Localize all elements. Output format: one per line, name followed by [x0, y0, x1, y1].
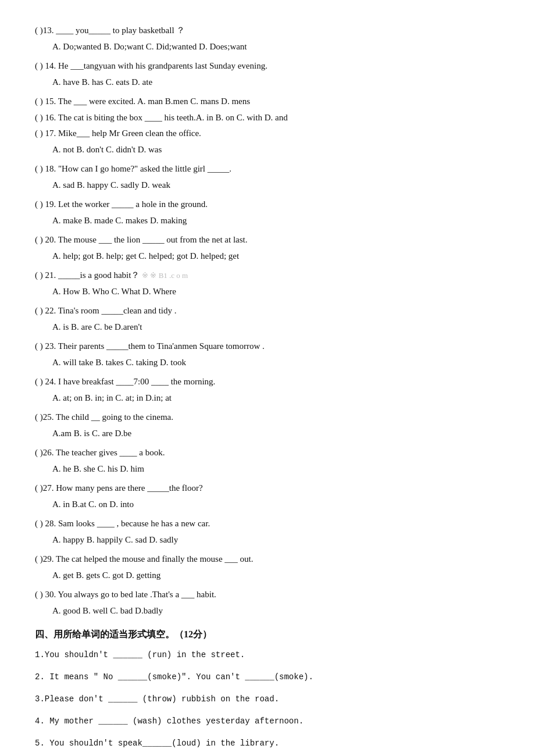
question-line-20: ( ) 20. The mouse ___ the lion _____ out…: [35, 233, 500, 248]
fill-item-1: 1.You shouldn't ______ (run) in the stre…: [35, 647, 500, 663]
question-text-30: ( ) 30. You always go to bed late .That'…: [35, 587, 216, 602]
section4-title: 四、用所给单词的适当形式填空。（12分）: [35, 629, 500, 641]
question-text-24: ( ) 24. I have breakfast ____7:00 ____ t…: [35, 375, 215, 390]
question-text-27: ( )27. How many pens are there _____the …: [35, 481, 203, 496]
question-line-27: ( )27. How many pens are there _____the …: [35, 481, 500, 496]
question-text-14: ( ) 14. He ___tangyuan with his grandpar…: [35, 59, 268, 74]
fill-item-3: 3.Please don't ______ (throw) rubbish on…: [35, 691, 500, 707]
question-text-19: ( ) 19. Let the worker _____ a hole in t…: [35, 197, 208, 212]
options-line-28: A. happy B. happily C. sad D. sadly: [52, 533, 500, 548]
options-line-29: A. get B. gets C. got D. getting: [52, 568, 500, 583]
question-text-26: ( )26. The teacher gives ____ a book.: [35, 445, 165, 461]
question-line-15: ( ) 15. The ___ were excited. A. man B.m…: [35, 94, 500, 109]
question-line-18: ( ) 18. "How can I go home?" asked the l…: [35, 162, 500, 177]
question-line-29: ( )29. The cat helped the mouse and fina…: [35, 552, 500, 567]
question-line-14: ( ) 14. He ___tangyuan with his grandpar…: [35, 59, 500, 74]
question-text-21: ( ) 21. _____is a good habit？ ※ ※ B1 .c …: [35, 268, 188, 283]
question-line-28: ( ) 28. Sam looks ____ , because he has …: [35, 516, 500, 532]
question-line-25: ( )25. The child __ going to the cinema.: [35, 410, 500, 425]
options-line-27: A. in B.at C. on D. into: [52, 497, 500, 512]
options-line-14: A. have B. has C. eats D. ate: [52, 75, 500, 90]
options-line-26: A. he B. she C. his D. him: [52, 462, 500, 477]
question-line-16: ( ) 16. The cat is biting the box ____ h…: [35, 110, 500, 126]
options-line-13: A. Do;wanted B. Do;want C. Did;wanted D.…: [52, 40, 500, 55]
question-line-17: ( ) 17. Mike___ help Mr Green clean the …: [35, 126, 500, 141]
question-text-17: ( ) 17. Mike___ help Mr Green clean the …: [35, 126, 201, 141]
question-line-13: ( )13. ____ you_____ to play basketball …: [35, 23, 500, 38]
options-line-24: A. at; on B. in; in C. at; in D.in; at: [52, 391, 500, 406]
question-line-21: ( ) 21. _____is a good habit？ ※ ※ B1 .c …: [35, 268, 500, 283]
question-line-24: ( ) 24. I have breakfast ____7:00 ____ t…: [35, 375, 500, 390]
questions-container: ( )13. ____ you_____ to play basketball …: [35, 23, 500, 618]
fill-item-2: 2. It means " No ______(smoke)". You can…: [35, 669, 500, 685]
options-line-18: A. sad B. happy C. sadly D. weak: [52, 178, 500, 193]
question-text-18: ( ) 18. "How can I go home?" asked the l…: [35, 162, 231, 177]
options-line-25: A.am B. is C. are D.be: [52, 426, 500, 441]
options-line-19: A. make B. made C. makes D. making: [52, 213, 500, 229]
question-line-19: ( ) 19. Let the worker _____ a hole in t…: [35, 197, 500, 212]
fill-in-blank-section: 1.You shouldn't ______ (run) in the stre…: [35, 647, 500, 756]
fill-item-4: 4. My mother ______ (wash) clothes yeste…: [35, 713, 500, 729]
options-line-22: A. is B. are C. be D.aren't: [52, 320, 500, 335]
question-text-13: ( )13. ____ you_____ to play basketball …: [35, 23, 185, 38]
options-line-23: A. will take B. takes C. taking D. took: [52, 355, 500, 370]
options-line-30: A. good B. well C. bad D.badly: [52, 604, 500, 619]
question-text-22: ( ) 22. Tina's room _____clean and tidy …: [35, 304, 177, 319]
options-line-20: A. help; got B. help; get C. helped; got…: [52, 249, 500, 264]
question-line-23: ( ) 23. Their parents _____them to Tina'…: [35, 339, 500, 354]
question-text-28: ( ) 28. Sam looks ____ , because he has …: [35, 516, 210, 532]
question-line-22: ( ) 22. Tina's room _____clean and tidy …: [35, 304, 500, 319]
fill-item-5: 5. You shouldn't speak______(loud) in th…: [35, 735, 500, 751]
question-line-26: ( )26. The teacher gives ____ a book.: [35, 445, 500, 461]
options-line-21: A. How B. Who C. What D. Where: [52, 284, 500, 299]
question-line-30: ( ) 30. You always go to bed late .That'…: [35, 587, 500, 602]
question-text-23: ( ) 23. Their parents _____them to Tina'…: [35, 339, 265, 354]
question-text-20: ( ) 20. The mouse ___ the lion _____ out…: [35, 233, 248, 248]
question-text-25: ( )25. The child __ going to the cinema.: [35, 410, 173, 425]
question-text-15: ( ) 15. The ___ were excited. A. man B.m…: [35, 94, 250, 109]
question-text-16: ( ) 16. The cat is biting the box ____ h…: [35, 110, 288, 126]
options-line-17: A. not B. don't C. didn't D. was: [52, 142, 500, 158]
question-text-29: ( )29. The cat helped the mouse and fina…: [35, 552, 253, 567]
